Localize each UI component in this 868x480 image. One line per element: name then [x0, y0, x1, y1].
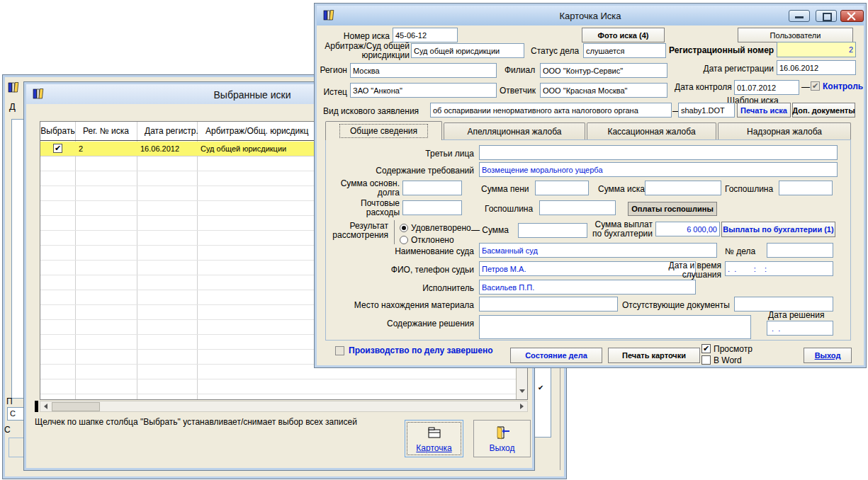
registration-date-input[interactable] — [777, 60, 856, 75]
duty-label: Госпошлина — [725, 185, 773, 194]
preview-checkbox[interactable]: ✔ — [701, 344, 711, 353]
postal-costs-input[interactable] — [402, 200, 462, 215]
duty2-input[interactable] — [539, 200, 616, 215]
result-rejected-radio[interactable] — [400, 236, 408, 244]
control-checkbox[interactable]: ✔ — [811, 81, 820, 91]
accounting-payouts-button[interactable]: Выплаты по бухгалтерии (1) — [721, 222, 835, 237]
case-status-input[interactable] — [583, 43, 666, 58]
registration-date-label: Дата регистрации — [669, 64, 774, 74]
court-name-label: Наименование суда — [385, 247, 474, 256]
court-type-input[interactable] — [411, 43, 524, 58]
plaintiff-label: Истец — [316, 88, 347, 97]
material-location-label: Место нахождения материала — [323, 301, 474, 310]
window-title: Выбранные иски — [181, 89, 323, 101]
exit-button-label: Выход — [474, 443, 530, 453]
hint-text: Щелчек по шапке столбца "Выбрать" устана… — [35, 418, 357, 427]
cell-court: Суд общей юрисдикции — [201, 144, 286, 154]
hearing-datetime-input[interactable] — [725, 261, 833, 276]
penalty-sum-input[interactable] — [535, 181, 589, 195]
card-button[interactable]: Карточка — [405, 420, 463, 457]
scroll-left-icon[interactable] — [44, 404, 47, 409]
court-name-input[interactable] — [479, 243, 717, 258]
claim-sum-input[interactable] — [645, 181, 721, 195]
claim-type-input[interactable] — [430, 103, 672, 118]
judge-input[interactable] — [479, 261, 696, 276]
decision-content-input[interactable] — [479, 315, 751, 339]
payout-sum-input[interactable] — [655, 222, 720, 236]
print-card-button[interactable]: Печать карточки — [608, 348, 700, 363]
tab-supervisory[interactable]: Надзорная жалоба — [718, 122, 851, 140]
defendant-input[interactable] — [540, 83, 667, 98]
exit-button[interactable]: Выход — [804, 348, 852, 363]
preview-checkbox-label: Просмотр — [714, 345, 753, 354]
case-number-input[interactable] — [767, 243, 833, 258]
plaintiff-input[interactable] — [350, 83, 497, 98]
result-satisfied-radio[interactable] — [400, 224, 408, 232]
window-title: Карточка Иска — [317, 11, 864, 21]
decision-date-input[interactable] — [767, 321, 833, 336]
maximize-button[interactable] — [816, 10, 837, 22]
tab-appeal[interactable]: Апелляционная жалоба — [444, 122, 585, 140]
third-parties-input[interactable] — [479, 145, 838, 160]
filial-input[interactable] — [540, 63, 667, 78]
scrollbar-thumb[interactable] — [52, 402, 100, 411]
judge-label: ФИО, телефон судьи — [382, 265, 474, 275]
missing-documents-input[interactable] — [734, 297, 833, 312]
users-button[interactable]: Пользователи — [738, 28, 853, 42]
background-field-fragment: С — [7, 407, 24, 421]
hearing-datetime-label: Дата и время слушания — [665, 261, 721, 280]
result-label: Результат рассмотрения — [323, 222, 388, 240]
main-debt-label: Сумма основн. долга — [323, 179, 400, 198]
material-location-input[interactable] — [479, 297, 618, 312]
table-horizontal-scrollbar[interactable] — [40, 401, 528, 412]
row-select-checkbox[interactable]: ✔ — [53, 144, 62, 153]
claim-number-input[interactable] — [393, 28, 458, 42]
payout-sum-label: Сумма выплат по бухгалтерии — [587, 220, 653, 239]
scroll-down-icon[interactable] — [519, 389, 525, 393]
main-debt-input[interactable] — [402, 181, 462, 195]
print-claim-button[interactable]: Печать иска — [737, 103, 791, 118]
sum-input[interactable] — [518, 223, 587, 238]
registration-number-label: Регистрационный номер — [669, 46, 774, 55]
claim-template-input[interactable] — [678, 103, 735, 118]
region-input[interactable] — [350, 63, 497, 78]
penalty-sum-label: Сумма пени — [481, 185, 529, 194]
table-header-select[interactable]: Выбрать — [40, 127, 75, 136]
background-divider — [560, 367, 560, 470]
background-label-fragment: П — [6, 397, 13, 406]
scroll-right-icon[interactable] — [520, 404, 524, 409]
splitter-handle[interactable] — [35, 401, 38, 412]
claims-content-input[interactable] — [479, 162, 838, 177]
tab-cassation[interactable]: Кассационная жалоба — [587, 122, 716, 140]
additional-documents-button[interactable]: Доп. документы — [792, 103, 855, 118]
close-button[interactable] — [840, 10, 864, 22]
minimize-button[interactable] — [789, 10, 810, 22]
registration-number-input[interactable] — [777, 42, 856, 57]
table-header-regdate[interactable]: Дата регистр. — [145, 127, 198, 136]
photo-button[interactable]: Фото иска (4) — [582, 28, 665, 42]
decision-content-label: Содержание решения — [378, 319, 474, 328]
to-word-checkbox[interactable] — [701, 355, 711, 365]
filial-label: Филиал — [505, 66, 535, 75]
tab-general[interactable]: Общие сведения — [325, 121, 442, 140]
case-finished-checkbox[interactable] — [335, 346, 344, 355]
case-state-button[interactable]: Состояние дела — [510, 348, 602, 363]
claims-content-label: Содержание требований — [357, 166, 474, 176]
control-date-input[interactable] — [734, 80, 799, 95]
duty-payments-button[interactable]: Оплаты госпошлины — [628, 202, 717, 216]
exit-button[interactable]: Выход — [473, 420, 531, 457]
executor-input[interactable] — [479, 280, 696, 295]
third-parties-label: Третьи лица — [385, 149, 474, 159]
court-type-label: Арбитраж/Суд общей юрисдикции — [316, 42, 410, 60]
table-header-regnum[interactable]: Рег. № иска — [83, 127, 129, 136]
dash: — — [801, 83, 810, 92]
books-icon — [8, 81, 20, 93]
claim-type-label: Вид искового заявления — [323, 107, 419, 116]
case-number-label: № дела — [725, 247, 755, 256]
control-date-label: Дата контроля — [675, 83, 732, 92]
duty-input[interactable] — [779, 181, 833, 195]
defendant-label: Ответчик — [493, 86, 536, 96]
table-header-court[interactable]: Арбитраж/Общ. юрисдикц — [205, 127, 308, 136]
claim-card-titlebar[interactable]: Карточка Иска — [317, 6, 864, 25]
missing-documents-label: Отсутствующие документы — [622, 301, 730, 310]
